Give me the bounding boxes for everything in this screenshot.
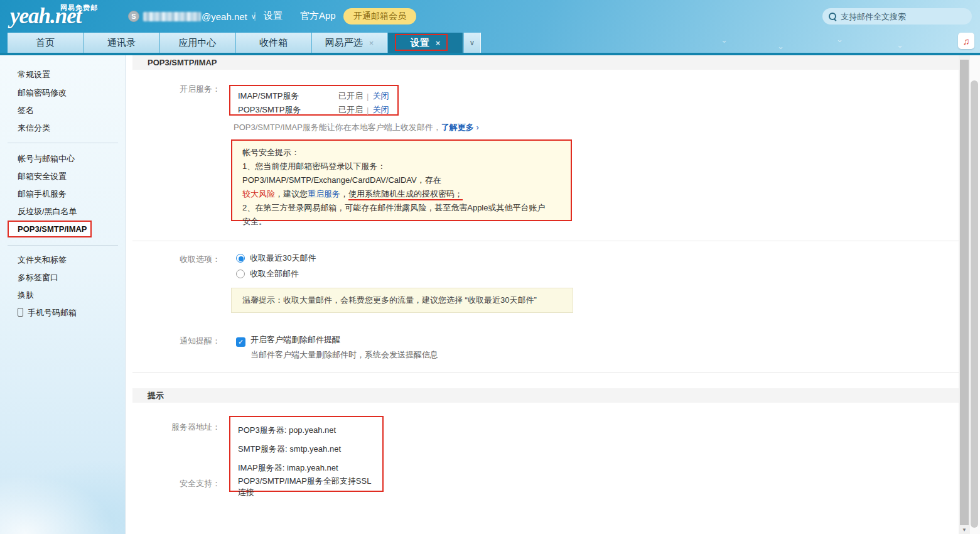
service-status: 已开启	[338, 104, 363, 116]
sidebar-item-pop3-active[interactable]: POP3/SMTP/IMAP	[8, 221, 92, 237]
tab-settings-active[interactable]: 设置 ×	[388, 33, 463, 53]
sidebar-item-mobile-mail[interactable]: 手机号码邮箱	[18, 307, 77, 319]
tab-label: 设置	[411, 37, 429, 49]
arrow-icon: ›	[476, 123, 478, 132]
sidebar-item-security[interactable]: 邮箱安全设置	[18, 171, 67, 182]
checkbox-label: 开启客户端删除邮件提醒	[250, 335, 340, 344]
sidebar-item-mail-sorting[interactable]: 来信分类	[18, 123, 50, 134]
ssl-support-value: POP3/SMTP/IMAP服务全部支持SSL连接	[238, 477, 375, 496]
tips-header-text: 提示	[148, 390, 164, 401]
section-divider	[132, 372, 959, 373]
close-imap-smtp-link[interactable]: 关闭	[372, 90, 389, 102]
tips-section-header: 提示	[132, 388, 959, 403]
tip-text: 温馨提示：收取大量邮件，会耗费您更多的流量，建议您选择 “收取最近30天邮件”	[242, 295, 537, 306]
separator: |	[367, 92, 369, 101]
music-icon[interactable]: ♫	[958, 33, 974, 49]
mail-search-bar[interactable]	[822, 8, 972, 25]
phone-icon	[18, 308, 23, 317]
tab-app-center[interactable]: 应用中心	[160, 33, 235, 53]
tab-home[interactable]: 首页	[8, 33, 83, 53]
account-security-warning-box: 帐号安全提示： 1、您当前使用邮箱密码登录以下服务：POP3/IMAP/SMTP…	[231, 139, 572, 221]
chevron-down-icon: ∨	[470, 38, 475, 47]
sidebar-item-label: 手机号码邮箱	[28, 308, 77, 317]
fetch-option-all[interactable]: 收取全部邮件	[236, 268, 299, 280]
pop3-smtp-service-row: POP3/SMTP服务 已开启 | 关闭	[238, 104, 390, 116]
sidebar-item-folders[interactable]: 文件夹和标签	[18, 254, 67, 266]
option-label: 收取最近30天邮件	[250, 253, 316, 263]
account-menu[interactable]: S @yeah.net ∨	[128, 8, 256, 25]
bird-icon: ⌄	[897, 40, 903, 50]
notification-description: 当邮件客户端大量删除邮件时，系统会发送提醒信息	[250, 349, 438, 361]
sidebar-item-account-center[interactable]: 帐号与邮箱中心	[18, 153, 75, 165]
service-status: 已开启	[338, 90, 363, 102]
security-title: 帐号安全提示：	[242, 146, 561, 160]
radio-unselected-icon[interactable]	[236, 270, 245, 278]
learn-more-link[interactable]: 了解更多	[441, 123, 474, 132]
plain-text: ，建议您	[275, 189, 308, 199]
yeah-net-logo[interactable]: yeah.net 网易免费邮	[10, 1, 123, 33]
delete-reminder-option[interactable]: ✓开启客户端删除邮件提醒	[236, 334, 340, 347]
security-line-2: 较大风险，建议您重启服务，使用系统随机生成的授权密码；	[242, 187, 561, 201]
checkbox-checked-icon[interactable]: ✓	[236, 337, 245, 347]
restart-service-link[interactable]: 重启服务	[308, 189, 340, 199]
bird-icon: ⌄	[721, 35, 728, 45]
header-divider: |	[254, 10, 256, 21]
annotation-enable-service-box: IMAP/SMTP服务 已开启 | 关闭 POP3/SMTP服务 已开启 | 关…	[229, 85, 399, 116]
imap-smtp-service-row: IMAP/SMTP服务 已开启 | 关闭	[238, 90, 390, 102]
fetch-options-label: 收取选项：	[126, 254, 220, 265]
tab-label: 首页	[36, 37, 55, 49]
service-name: POP3/SMTP服务	[238, 104, 338, 116]
sidebar-item-antispam[interactable]: 反垃圾/黑白名单	[18, 206, 77, 217]
notification-label: 通知提醒：	[126, 335, 220, 347]
fetch-tip-box: 温馨提示：收取大量邮件，会耗费您更多的流量，建议您选择 “收取最近30天邮件”	[231, 288, 573, 313]
security-line-4: 安全。	[242, 215, 561, 229]
fetch-option-30days[interactable]: 收取最近30天邮件	[236, 253, 316, 264]
open-vip-button[interactable]: 开通邮箱会员	[343, 8, 416, 25]
smtp-server-address: SMTP服务器: smtp.yeah.net	[238, 440, 375, 459]
search-icon	[829, 13, 836, 20]
tab-yanxuan[interactable]: 网易严选 ×	[312, 33, 387, 53]
account-domain: @yeah.net	[202, 11, 247, 22]
sidebar-item-label: POP3/SMTP/IMAP	[18, 224, 87, 234]
service-name: IMAP/SMTP服务	[238, 90, 338, 102]
tab-label: 应用中心	[179, 37, 217, 49]
sidebar-item-skin[interactable]: 换肤	[18, 290, 34, 301]
close-pop3-smtp-link[interactable]: 关闭	[372, 104, 389, 116]
header-settings-link[interactable]: 设置	[264, 10, 283, 22]
close-icon[interactable]: ×	[369, 38, 374, 48]
sidebar-divider	[8, 143, 118, 143]
ssl-support-label: 安全支持：	[126, 478, 220, 489]
search-input[interactable]	[841, 12, 960, 21]
member-badge-icon: S	[128, 11, 139, 22]
window-scrollbar-thumb[interactable]	[971, 80, 978, 528]
enable-service-label: 开启服务：	[126, 84, 220, 95]
bird-icon: ⌄	[777, 41, 784, 51]
tab-label: 网易严选	[325, 37, 363, 49]
tab-list-dropdown[interactable]: ∨	[464, 33, 481, 53]
close-icon[interactable]: ×	[436, 38, 441, 48]
tab-label: 通讯录	[107, 37, 136, 49]
logo-subtitle: 网易免费邮	[60, 3, 98, 13]
header-official-app-link[interactable]: 官方App	[300, 10, 336, 22]
radio-selected-icon[interactable]	[236, 254, 245, 263]
pop3-server-address: POP3服务器: pop.yeah.net	[238, 421, 375, 440]
sidebar-item-mobile-service[interactable]: 邮箱手机服务	[18, 188, 67, 200]
scroll-down-arrow-icon[interactable]: ▼	[959, 525, 970, 534]
settings-sidebar: 常规设置 邮箱密码修改 签名 来信分类 帐号与邮箱中心 邮箱安全设置 邮箱手机服…	[0, 55, 126, 534]
annotation-server-address-box: POP3服务器: pop.yeah.net SMTP服务器: smtp.yeah…	[229, 416, 384, 492]
security-line-1: 1、您当前使用邮箱密码登录以下服务：POP3/IMAP/SMTP/Exchang…	[242, 160, 561, 187]
sidebar-item-signature[interactable]: 签名	[18, 105, 34, 116]
sidebar-item-password[interactable]: 邮箱密码修改	[18, 87, 67, 99]
bird-icon: ⌄	[836, 35, 843, 44]
tab-contacts[interactable]: 通讯录	[84, 33, 159, 53]
scrollbar-area: ▼	[959, 55, 980, 534]
sidebar-item-general[interactable]: 常规设置	[18, 69, 50, 80]
security-line-3: 2、在第三方登录网易邮箱，可能存在邮件泄露风险，甚至危害Apple或其他平台账户	[242, 201, 561, 215]
underlined-auth-password-text: 使用系统随机生成的授权密码；	[348, 189, 463, 200]
separator: |	[367, 106, 369, 115]
sidebar-item-multitab[interactable]: 多标签窗口	[18, 272, 58, 283]
description-text: POP3/SMTP/IMAP服务能让你在本地客户端上收发邮件，	[234, 123, 441, 132]
inner-scrollbar-thumb[interactable]	[960, 60, 969, 525]
page-title: POP3/SMTP/IMAP	[132, 55, 959, 70]
tab-inbox[interactable]: 收件箱	[236, 33, 311, 53]
